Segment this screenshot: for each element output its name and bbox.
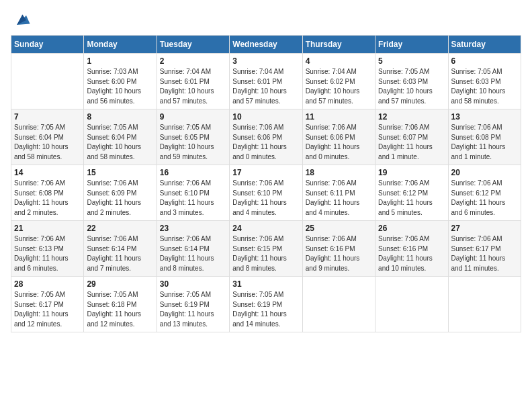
weekday-header-row: SundayMondayTuesdayWednesdayThursdayFrid… — [11, 36, 521, 54]
day-number: 8 — [87, 112, 153, 122]
day-info: Sunrise: 7:05 AM Sunset: 6:18 PM Dayligh… — [87, 290, 153, 329]
day-info: Sunrise: 7:05 AM Sunset: 6:19 PM Dayligh… — [160, 290, 226, 329]
day-number: 10 — [232, 112, 299, 122]
calendar-cell: 20Sunrise: 7:06 AM Sunset: 6:12 PM Dayli… — [448, 165, 521, 221]
day-info: Sunrise: 7:06 AM Sunset: 6:06 PM Dayligh… — [232, 123, 299, 162]
day-number: 20 — [451, 168, 518, 177]
calendar-week-row: 28Sunrise: 7:05 AM Sunset: 6:17 PM Dayli… — [11, 277, 521, 332]
day-info: Sunrise: 7:05 AM Sunset: 6:04 PM Dayligh… — [14, 123, 81, 162]
calendar-cell: 18Sunrise: 7:06 AM Sunset: 6:11 PM Dayli… — [302, 165, 375, 221]
calendar-cell: 15Sunrise: 7:06 AM Sunset: 6:09 PM Dayli… — [84, 165, 157, 221]
calendar-cell: 12Sunrise: 7:06 AM Sunset: 6:07 PM Dayli… — [375, 109, 448, 165]
day-number: 14 — [14, 168, 81, 177]
day-info: Sunrise: 7:06 AM Sunset: 6:16 PM Dayligh… — [306, 234, 372, 273]
day-number: 30 — [160, 279, 226, 289]
day-number: 4 — [306, 56, 372, 66]
calendar-cell: 25Sunrise: 7:06 AM Sunset: 6:16 PM Dayli… — [302, 221, 375, 277]
logo-text — [11, 11, 31, 30]
calendar-cell: 17Sunrise: 7:06 AM Sunset: 6:10 PM Dayli… — [230, 165, 302, 221]
calendar-cell: 27Sunrise: 7:06 AM Sunset: 6:17 PM Dayli… — [448, 221, 521, 277]
day-number: 15 — [87, 168, 153, 177]
day-number: 18 — [306, 168, 372, 177]
calendar-cell: 26Sunrise: 7:06 AM Sunset: 6:16 PM Dayli… — [375, 221, 448, 277]
day-number: 6 — [451, 56, 518, 66]
page-header — [11, 11, 521, 30]
day-number: 31 — [232, 279, 299, 289]
day-number: 26 — [378, 224, 445, 233]
calendar-table: SundayMondayTuesdayWednesdayThursdayFrid… — [11, 35, 521, 332]
day-number: 27 — [451, 224, 518, 233]
day-number: 23 — [160, 224, 226, 233]
weekday-header-wednesday: Wednesday — [230, 36, 302, 54]
day-number: 21 — [14, 224, 81, 233]
calendar-cell: 31Sunrise: 7:05 AM Sunset: 6:19 PM Dayli… — [230, 277, 302, 332]
calendar-cell: 10Sunrise: 7:06 AM Sunset: 6:06 PM Dayli… — [230, 109, 302, 165]
day-info: Sunrise: 7:05 AM Sunset: 6:05 PM Dayligh… — [160, 123, 226, 162]
day-number: 12 — [378, 112, 445, 122]
calendar-week-row: 21Sunrise: 7:06 AM Sunset: 6:13 PM Dayli… — [11, 221, 521, 277]
day-info: Sunrise: 7:06 AM Sunset: 6:06 PM Dayligh… — [306, 123, 372, 162]
day-info: Sunrise: 7:06 AM Sunset: 6:15 PM Dayligh… — [232, 234, 299, 273]
day-info: Sunrise: 7:06 AM Sunset: 6:11 PM Dayligh… — [306, 179, 372, 218]
calendar-cell: 7Sunrise: 7:05 AM Sunset: 6:04 PM Daylig… — [11, 109, 84, 165]
day-number: 5 — [378, 56, 445, 66]
day-number: 16 — [160, 168, 226, 177]
calendar-cell: 4Sunrise: 7:04 AM Sunset: 6:02 PM Daylig… — [302, 54, 375, 109]
calendar-cell: 13Sunrise: 7:06 AM Sunset: 6:08 PM Dayli… — [448, 109, 521, 165]
day-number: 9 — [160, 112, 226, 122]
logo-icon — [12, 11, 31, 30]
day-info: Sunrise: 7:04 AM Sunset: 6:02 PM Dayligh… — [306, 67, 372, 106]
day-info: Sunrise: 7:06 AM Sunset: 6:10 PM Dayligh… — [160, 179, 226, 218]
day-info: Sunrise: 7:06 AM Sunset: 6:08 PM Dayligh… — [451, 123, 518, 162]
calendar-cell: 16Sunrise: 7:06 AM Sunset: 6:10 PM Dayli… — [157, 165, 229, 221]
day-info: Sunrise: 7:06 AM Sunset: 6:17 PM Dayligh… — [451, 234, 518, 273]
calendar-cell — [375, 277, 448, 332]
day-number: 11 — [306, 112, 372, 122]
day-info: Sunrise: 7:06 AM Sunset: 6:16 PM Dayligh… — [378, 234, 445, 273]
calendar-cell: 3Sunrise: 7:04 AM Sunset: 6:01 PM Daylig… — [230, 54, 302, 109]
day-number: 19 — [378, 168, 445, 177]
calendar-cell — [448, 277, 521, 332]
calendar-week-row: 1Sunrise: 7:03 AM Sunset: 6:00 PM Daylig… — [11, 54, 521, 109]
calendar-cell: 5Sunrise: 7:05 AM Sunset: 6:03 PM Daylig… — [375, 54, 448, 109]
day-number: 17 — [232, 168, 299, 177]
day-number: 13 — [451, 112, 518, 122]
day-info: Sunrise: 7:05 AM Sunset: 6:03 PM Dayligh… — [451, 67, 518, 106]
weekday-header-sunday: Sunday — [11, 36, 84, 54]
calendar-cell: 23Sunrise: 7:06 AM Sunset: 6:14 PM Dayli… — [157, 221, 229, 277]
calendar-cell: 19Sunrise: 7:06 AM Sunset: 6:12 PM Dayli… — [375, 165, 448, 221]
weekday-header-tuesday: Tuesday — [157, 36, 229, 54]
logo — [11, 11, 31, 30]
day-number: 29 — [87, 279, 153, 289]
day-info: Sunrise: 7:04 AM Sunset: 6:01 PM Dayligh… — [232, 67, 299, 106]
calendar-week-row: 7Sunrise: 7:05 AM Sunset: 6:04 PM Daylig… — [11, 109, 521, 165]
day-number: 2 — [160, 56, 226, 66]
weekday-header-monday: Monday — [84, 36, 157, 54]
calendar-cell: 8Sunrise: 7:05 AM Sunset: 6:04 PM Daylig… — [84, 109, 157, 165]
day-number: 1 — [87, 56, 153, 66]
calendar-cell: 24Sunrise: 7:06 AM Sunset: 6:15 PM Dayli… — [230, 221, 302, 277]
day-number: 28 — [14, 279, 81, 289]
day-info: Sunrise: 7:03 AM Sunset: 6:00 PM Dayligh… — [87, 67, 153, 106]
day-info: Sunrise: 7:05 AM Sunset: 6:04 PM Dayligh… — [87, 123, 153, 162]
day-info: Sunrise: 7:06 AM Sunset: 6:12 PM Dayligh… — [451, 179, 518, 218]
calendar-cell: 14Sunrise: 7:06 AM Sunset: 6:08 PM Dayli… — [11, 165, 84, 221]
calendar-cell: 29Sunrise: 7:05 AM Sunset: 6:18 PM Dayli… — [84, 277, 157, 332]
calendar-week-row: 14Sunrise: 7:06 AM Sunset: 6:08 PM Dayli… — [11, 165, 521, 221]
calendar-cell: 1Sunrise: 7:03 AM Sunset: 6:00 PM Daylig… — [84, 54, 157, 109]
day-info: Sunrise: 7:05 AM Sunset: 6:19 PM Dayligh… — [232, 290, 299, 329]
day-info: Sunrise: 7:06 AM Sunset: 6:10 PM Dayligh… — [232, 179, 299, 218]
calendar-cell: 21Sunrise: 7:06 AM Sunset: 6:13 PM Dayli… — [11, 221, 84, 277]
calendar-cell: 6Sunrise: 7:05 AM Sunset: 6:03 PM Daylig… — [448, 54, 521, 109]
calendar-cell: 11Sunrise: 7:06 AM Sunset: 6:06 PM Dayli… — [302, 109, 375, 165]
day-number: 7 — [14, 112, 81, 122]
calendar-cell: 28Sunrise: 7:05 AM Sunset: 6:17 PM Dayli… — [11, 277, 84, 332]
day-info: Sunrise: 7:06 AM Sunset: 6:14 PM Dayligh… — [87, 234, 153, 273]
calendar-cell: 9Sunrise: 7:05 AM Sunset: 6:05 PM Daylig… — [157, 109, 229, 165]
day-info: Sunrise: 7:05 AM Sunset: 6:17 PM Dayligh… — [14, 290, 81, 329]
calendar-cell: 22Sunrise: 7:06 AM Sunset: 6:14 PM Dayli… — [84, 221, 157, 277]
calendar-cell: 2Sunrise: 7:04 AM Sunset: 6:01 PM Daylig… — [157, 54, 229, 109]
day-info: Sunrise: 7:06 AM Sunset: 6:09 PM Dayligh… — [87, 179, 153, 218]
weekday-header-thursday: Thursday — [302, 36, 375, 54]
day-info: Sunrise: 7:06 AM Sunset: 6:12 PM Dayligh… — [378, 179, 445, 218]
